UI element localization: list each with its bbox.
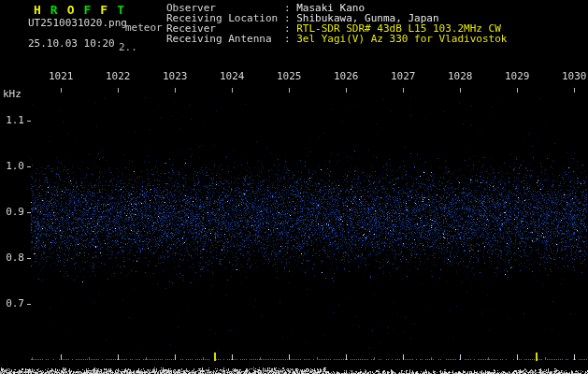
frequency-label: 1.1 bbox=[0, 115, 24, 125]
app-title-letter: F bbox=[100, 3, 108, 17]
frequency-label: 0.9 bbox=[0, 207, 24, 217]
time-label: 1029 bbox=[505, 71, 530, 81]
app-title-letter: O bbox=[67, 3, 75, 17]
capture-datetime: 25.10.03 10:20 bbox=[28, 38, 115, 49]
frequency-label: 1.0 bbox=[0, 161, 24, 171]
time-tick bbox=[574, 88, 575, 93]
app-title-letter: R bbox=[50, 3, 58, 17]
app-title-letter: T bbox=[117, 3, 124, 17]
time-label: 1022 bbox=[106, 71, 131, 81]
info-label: Receiving Antenna bbox=[166, 34, 284, 44]
hrofft-screen: HROFFT UT2510031020.png meteor 25.10.03 … bbox=[0, 0, 588, 374]
frequency-label: 0.8 bbox=[0, 252, 24, 263]
frequency-tick bbox=[27, 121, 31, 122]
app-title: HROFFT bbox=[34, 3, 134, 17]
time-label: 1028 bbox=[448, 71, 473, 81]
frequency-tick bbox=[27, 258, 31, 259]
spectrogram-canvas bbox=[0, 0, 588, 374]
frequency-tick bbox=[27, 304, 31, 305]
time-tick bbox=[232, 88, 233, 93]
info-row-receiving-antenna: Receiving Antenna: 3el Yagi(V) Az 330 fo… bbox=[166, 34, 507, 44]
time-axis: 1021102210231024102510261027102810291030 bbox=[0, 71, 588, 94]
time-tick bbox=[289, 88, 290, 93]
frequency-tick bbox=[27, 166, 31, 167]
time-label: 1024 bbox=[220, 71, 245, 81]
time-tick bbox=[346, 88, 347, 93]
time-tick bbox=[517, 88, 518, 93]
time-label: 1021 bbox=[49, 71, 74, 81]
capture-counter: 2.. bbox=[119, 42, 137, 52]
frequency-label: 0.7 bbox=[0, 298, 24, 309]
frequency-tick bbox=[27, 212, 31, 213]
time-tick bbox=[61, 88, 62, 93]
time-label: 1027 bbox=[391, 71, 416, 81]
time-tick bbox=[460, 88, 461, 93]
time-label: 1030 bbox=[562, 71, 587, 81]
info-value: 3el Yagi(V) Az 330 for Vladivostok bbox=[296, 33, 507, 45]
time-tick bbox=[175, 88, 176, 93]
time-label: 1025 bbox=[277, 71, 302, 81]
capture-filename: UT2510031020.png bbox=[28, 18, 127, 28]
time-label: 1023 bbox=[163, 71, 188, 81]
app-title-letter: H bbox=[34, 3, 41, 17]
app-title-letter: F bbox=[83, 3, 91, 17]
frequency-axis-unit: kHz bbox=[3, 89, 22, 99]
station-info: Observer: Masaki KanoReceiving Location:… bbox=[166, 3, 585, 48]
time-tick bbox=[118, 88, 119, 93]
time-label: 1026 bbox=[334, 71, 359, 81]
time-tick bbox=[403, 88, 404, 93]
frequency-axis: kHz 1.11.00.90.80.7 bbox=[0, 0, 32, 374]
station-name: meteor bbox=[125, 22, 163, 33]
info-colon: : bbox=[284, 33, 296, 45]
